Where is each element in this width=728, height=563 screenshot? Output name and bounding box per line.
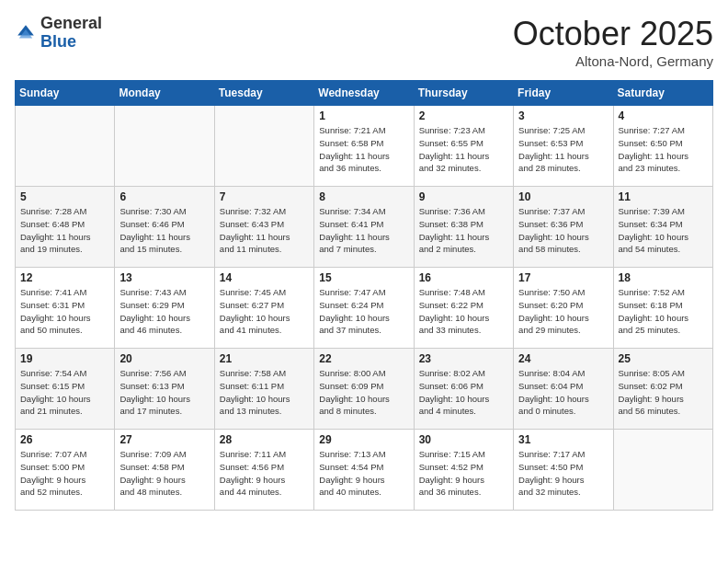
calendar-cell: 28Sunrise: 7:11 AM Sunset: 4:56 PM Dayli… [214,430,313,511]
day-number: 27 [119,433,209,446]
day-detail: Sunrise: 7:37 AM Sunset: 6:36 PM Dayligh… [518,205,608,256]
day-detail: Sunrise: 8:02 AM Sunset: 6:06 PM Dayligh… [419,367,508,418]
weekday-header: Monday [115,81,214,106]
day-number: 15 [319,271,408,284]
calendar-cell [16,106,115,187]
calendar-cell: 11Sunrise: 7:39 AM Sunset: 6:34 PM Dayli… [613,187,712,268]
day-number: 5 [20,190,109,203]
day-number: 9 [419,190,508,203]
calendar-cell: 14Sunrise: 7:45 AM Sunset: 6:27 PM Dayli… [214,268,313,349]
day-detail: Sunrise: 7:50 AM Sunset: 6:20 PM Dayligh… [518,286,608,337]
day-number: 12 [20,271,109,284]
day-detail: Sunrise: 8:04 AM Sunset: 6:04 PM Dayligh… [518,367,608,418]
day-detail: Sunrise: 7:41 AM Sunset: 6:31 PM Dayligh… [20,286,109,337]
weekday-header: Thursday [414,81,513,106]
calendar-cell: 17Sunrise: 7:50 AM Sunset: 6:20 PM Dayli… [514,268,613,349]
day-number: 28 [220,433,309,446]
day-number: 19 [20,352,109,365]
day-detail: Sunrise: 7:34 AM Sunset: 6:41 PM Dayligh… [319,205,408,256]
calendar-cell: 30Sunrise: 7:15 AM Sunset: 4:52 PM Dayli… [414,430,513,511]
calendar-cell: 4Sunrise: 7:27 AM Sunset: 6:50 PM Daylig… [613,106,712,187]
calendar-cell: 12Sunrise: 7:41 AM Sunset: 6:31 PM Dayli… [16,268,115,349]
calendar-cell: 27Sunrise: 7:09 AM Sunset: 4:58 PM Dayli… [115,430,214,511]
calendar-cell: 1Sunrise: 7:21 AM Sunset: 6:58 PM Daylig… [314,106,414,187]
day-detail: Sunrise: 8:00 AM Sunset: 6:09 PM Dayligh… [319,367,408,418]
day-detail: Sunrise: 7:45 AM Sunset: 6:27 PM Dayligh… [220,286,309,337]
day-number: 17 [518,271,608,284]
day-detail: Sunrise: 7:07 AM Sunset: 5:00 PM Dayligh… [20,448,109,499]
calendar-cell: 19Sunrise: 7:54 AM Sunset: 6:15 PM Dayli… [16,349,115,430]
day-detail: Sunrise: 7:21 AM Sunset: 6:58 PM Dayligh… [319,124,408,175]
calendar-cell: 9Sunrise: 7:36 AM Sunset: 6:38 PM Daylig… [414,187,513,268]
day-number: 24 [518,352,608,365]
calendar-cell: 31Sunrise: 7:17 AM Sunset: 4:50 PM Dayli… [514,430,613,511]
day-number: 10 [518,190,608,203]
day-number: 21 [220,352,309,365]
calendar-cell: 16Sunrise: 7:48 AM Sunset: 6:22 PM Dayli… [414,268,513,349]
logo: General Blue [15,15,102,52]
day-number: 18 [619,271,708,284]
weekday-header: Saturday [613,81,712,106]
weekday-header: Wednesday [314,81,414,106]
day-detail: Sunrise: 7:11 AM Sunset: 4:56 PM Dayligh… [220,448,309,499]
weekday-header: Sunday [16,81,115,106]
day-detail: Sunrise: 7:27 AM Sunset: 6:50 PM Dayligh… [619,124,708,175]
calendar-cell: 18Sunrise: 7:52 AM Sunset: 6:18 PM Dayli… [613,268,712,349]
location: Altona-Nord, Germany [513,53,713,69]
calendar-cell: 7Sunrise: 7:32 AM Sunset: 6:43 PM Daylig… [214,187,313,268]
calendar-cell [115,106,214,187]
day-number: 30 [419,433,508,446]
day-detail: Sunrise: 7:30 AM Sunset: 6:46 PM Dayligh… [119,205,209,256]
day-number: 16 [419,271,508,284]
calendar-cell: 23Sunrise: 8:02 AM Sunset: 6:06 PM Dayli… [414,349,513,430]
calendar-cell: 6Sunrise: 7:30 AM Sunset: 6:46 PM Daylig… [115,187,214,268]
day-detail: Sunrise: 7:17 AM Sunset: 4:50 PM Dayligh… [518,448,608,499]
calendar-week-row: 5Sunrise: 7:28 AM Sunset: 6:48 PM Daylig… [16,187,713,268]
day-number: 29 [319,433,408,446]
day-number: 25 [619,352,708,365]
calendar-cell: 29Sunrise: 7:13 AM Sunset: 4:54 PM Dayli… [314,430,414,511]
calendar-cell: 8Sunrise: 7:34 AM Sunset: 6:41 PM Daylig… [314,187,414,268]
day-number: 13 [119,271,209,284]
logo-icon [15,22,37,44]
day-detail: Sunrise: 7:28 AM Sunset: 6:48 PM Dayligh… [20,205,109,256]
day-detail: Sunrise: 7:39 AM Sunset: 6:34 PM Dayligh… [619,205,708,256]
day-detail: Sunrise: 7:23 AM Sunset: 6:55 PM Dayligh… [419,124,508,175]
calendar-cell: 10Sunrise: 7:37 AM Sunset: 6:36 PM Dayli… [514,187,613,268]
day-number: 8 [319,190,408,203]
calendar-week-row: 26Sunrise: 7:07 AM Sunset: 5:00 PM Dayli… [16,430,713,511]
day-detail: Sunrise: 7:48 AM Sunset: 6:22 PM Dayligh… [419,286,508,337]
day-number: 26 [20,433,109,446]
day-number: 4 [619,109,708,122]
day-detail: Sunrise: 7:09 AM Sunset: 4:58 PM Dayligh… [119,448,209,499]
logo-text: General Blue [40,15,102,52]
day-number: 14 [220,271,309,284]
weekday-header: Tuesday [214,81,313,106]
day-detail: Sunrise: 7:43 AM Sunset: 6:29 PM Dayligh… [119,286,209,337]
weekday-header: Friday [514,81,613,106]
page-header: General Blue October 2025 Altona-Nord, G… [15,15,713,69]
calendar-cell: 2Sunrise: 7:23 AM Sunset: 6:55 PM Daylig… [414,106,513,187]
calendar-week-row: 19Sunrise: 7:54 AM Sunset: 6:15 PM Dayli… [16,349,713,430]
day-detail: Sunrise: 7:25 AM Sunset: 6:53 PM Dayligh… [518,124,608,175]
day-detail: Sunrise: 7:47 AM Sunset: 6:24 PM Dayligh… [319,286,408,337]
calendar-cell: 26Sunrise: 7:07 AM Sunset: 5:00 PM Dayli… [16,430,115,511]
calendar-cell: 13Sunrise: 7:43 AM Sunset: 6:29 PM Dayli… [115,268,214,349]
day-number: 23 [419,352,508,365]
day-detail: Sunrise: 7:56 AM Sunset: 6:13 PM Dayligh… [119,367,209,418]
calendar-cell: 24Sunrise: 8:04 AM Sunset: 6:04 PM Dayli… [514,349,613,430]
calendar-week-row: 12Sunrise: 7:41 AM Sunset: 6:31 PM Dayli… [16,268,713,349]
day-number: 7 [220,190,309,203]
logo-general: General [40,14,102,32]
month-title: October 2025 [513,15,713,53]
day-number: 31 [518,433,608,446]
calendar-cell: 22Sunrise: 8:00 AM Sunset: 6:09 PM Dayli… [314,349,414,430]
day-detail: Sunrise: 7:58 AM Sunset: 6:11 PM Dayligh… [220,367,309,418]
day-number: 11 [619,190,708,203]
day-number: 3 [518,109,608,122]
calendar-cell [214,106,313,187]
title-block: October 2025 Altona-Nord, Germany [513,15,713,69]
calendar-cell [613,430,712,511]
calendar-cell: 3Sunrise: 7:25 AM Sunset: 6:53 PM Daylig… [514,106,613,187]
day-detail: Sunrise: 7:13 AM Sunset: 4:54 PM Dayligh… [319,448,408,499]
